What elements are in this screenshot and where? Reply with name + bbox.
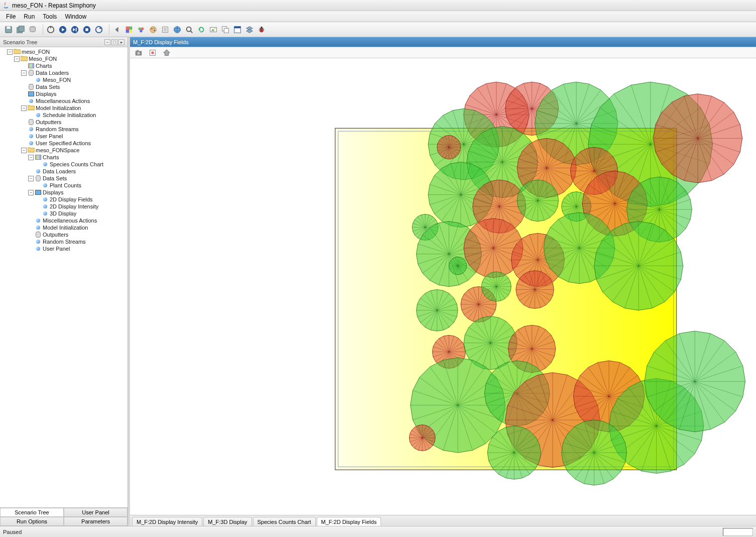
tree-node[interactable]: Plant Counts: [35, 182, 128, 189]
refresh-icon[interactable]: [196, 24, 207, 35]
tree-node[interactable]: Outputters: [21, 119, 128, 126]
database-icon[interactable]: [27, 24, 38, 35]
display-area[interactable]: [130, 58, 756, 515]
back-icon[interactable]: [111, 24, 122, 35]
svg-rect-19: [129, 30, 132, 33]
menu-tools[interactable]: Tools: [39, 12, 61, 21]
tree-node[interactable]: −meso_FONSpace: [21, 147, 128, 154]
layers-icon[interactable]: [244, 24, 255, 35]
display-tab[interactable]: M_F:2D Display Intensity: [132, 517, 202, 526]
tree-node[interactable]: Data Sets: [21, 83, 128, 90]
tree-node[interactable]: Displays: [21, 90, 128, 97]
status-box: [723, 528, 753, 536]
display-tab[interactable]: M_F:2D Display Fields: [317, 517, 382, 526]
tree-node[interactable]: Meso_FON: [28, 76, 128, 83]
reset-icon[interactable]: [93, 24, 104, 35]
tree-node[interactable]: −Model Initialization: [21, 104, 128, 112]
tree-node[interactable]: User Panel: [21, 133, 128, 140]
tree-node[interactable]: −Displays: [28, 189, 128, 196]
main-split: Scenario Tree – □ ▸ −meso_FON−Meso_FONCh…: [0, 37, 756, 526]
maximize-panel-icon[interactable]: □: [111, 39, 117, 45]
folder-icon: [28, 147, 35, 154]
folder-icon: [28, 104, 35, 112]
tree-node[interactable]: −meso_FON: [7, 48, 128, 55]
camera-icon[interactable]: [133, 47, 144, 58]
search-icon[interactable]: [184, 24, 195, 35]
init-icon[interactable]: [45, 24, 56, 35]
title-bar: meso_FON - Repast Simphony: [0, 0, 756, 11]
tree-node[interactable]: Outputters: [28, 231, 128, 238]
save-icon[interactable]: [3, 24, 14, 35]
tree-node[interactable]: Data Loaders: [28, 168, 128, 175]
tree-node[interactable]: 2D Display Intensity: [35, 203, 128, 210]
tree-label: meso_FONSpace: [36, 147, 79, 154]
tree-node[interactable]: −Data Sets: [28, 175, 128, 182]
tree-label: Meso_FON: [29, 55, 57, 62]
tree-node[interactable]: Miscellaneous Actions: [21, 97, 128, 104]
tree-label: User Panel: [43, 245, 70, 252]
tree-label: Meso_FON: [43, 76, 71, 83]
svg-rect-43: [234, 26, 241, 28]
display-tab[interactable]: M_F:3D Display: [203, 517, 251, 526]
bullet-icon: [42, 161, 49, 168]
tree-node[interactable]: 2D Display Fields: [35, 196, 128, 203]
bullet-icon: [28, 140, 35, 147]
window-icon[interactable]: [232, 24, 243, 35]
tree-node[interactable]: User Panel: [28, 245, 128, 252]
list-icon[interactable]: [160, 24, 171, 35]
bug-icon[interactable]: [256, 24, 267, 35]
tree-label: Plant Counts: [50, 182, 81, 189]
palette-icon[interactable]: [148, 24, 159, 35]
svg-point-26: [154, 30, 155, 31]
minimize-panel-icon[interactable]: –: [104, 39, 110, 45]
snapshot-icon[interactable]: [147, 47, 158, 58]
tree-node[interactable]: Schedule Initialization: [28, 112, 128, 119]
visualization-canvas[interactable]: [130, 58, 756, 515]
tree-label: User Specified Actions: [36, 140, 91, 147]
svg-point-21: [141, 27, 144, 30]
tree-node[interactable]: Miscellaneous Actions: [28, 217, 128, 224]
svg-point-24: [151, 28, 153, 29]
play-icon[interactable]: [57, 24, 68, 35]
close-panel-icon[interactable]: ▸: [118, 39, 124, 45]
grid-color-icon[interactable]: [123, 24, 135, 35]
tree-node[interactable]: −Charts: [28, 154, 128, 161]
left-tab-scenario-tree[interactable]: Scenario Tree: [0, 508, 64, 517]
save-all-icon[interactable]: [15, 24, 26, 35]
gallery-icon[interactable]: [220, 24, 231, 35]
bullet-icon: [42, 203, 49, 210]
home-icon[interactable]: [161, 47, 172, 58]
tree-node[interactable]: −Data Loaders: [21, 69, 128, 76]
tree-node[interactable]: Model Initialization: [28, 224, 128, 231]
svg-line-35: [191, 31, 193, 33]
tree-label: Outputters: [43, 231, 68, 238]
tree-node[interactable]: Random Streams: [21, 126, 128, 133]
display-tab[interactable]: Species Counts Chart: [253, 517, 316, 526]
svg-marker-15: [115, 27, 118, 32]
tree-node[interactable]: 3D Display: [35, 210, 128, 217]
left-tab-user-panel[interactable]: User Panel: [64, 508, 128, 517]
tree-node[interactable]: Random Streams: [28, 238, 128, 245]
tree-node[interactable]: Charts: [21, 62, 128, 69]
java-icon: [2, 2, 10, 10]
tree-node[interactable]: User Specified Actions: [21, 140, 128, 147]
status-text: Paused: [3, 529, 22, 535]
scenario-tree-title: Scenario Tree: [3, 39, 37, 45]
step-icon[interactable]: [69, 24, 80, 35]
left-tab-run-options[interactable]: Run Options: [0, 517, 64, 526]
tree-label: Species Counts Chart: [50, 161, 103, 168]
menu-run[interactable]: Run: [20, 12, 39, 21]
agents-icon[interactable]: [136, 24, 147, 35]
tree-label: Miscellaneous Actions: [43, 217, 97, 224]
svg-rect-3: [19, 26, 24, 31]
scenario-tree[interactable]: −meso_FON−Meso_FONCharts−Data LoadersMes…: [0, 48, 128, 252]
left-tab-parameters[interactable]: Parameters: [64, 517, 128, 526]
svg-point-52: [137, 52, 140, 54]
export-image-icon[interactable]: [208, 24, 219, 35]
tree-node[interactable]: Species Counts Chart: [35, 161, 128, 168]
menu-file[interactable]: File: [2, 12, 20, 21]
stop-icon[interactable]: [81, 24, 92, 35]
globe-icon[interactable]: [172, 24, 183, 35]
menu-window[interactable]: Window: [61, 12, 90, 21]
tree-node[interactable]: −Meso_FON: [14, 55, 128, 62]
